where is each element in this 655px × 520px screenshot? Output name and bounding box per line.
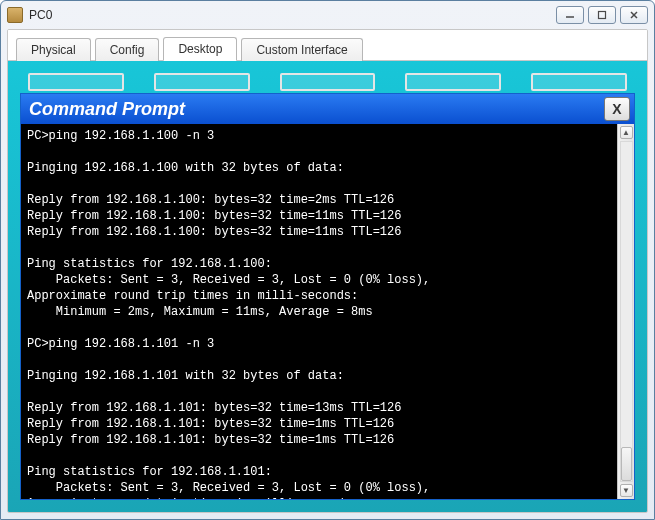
desktop-app-thumb[interactable] [28,73,124,91]
command-prompt-body: PC>ping 192.168.1.100 -n 3 Pinging 192.1… [21,124,634,499]
app-icon [7,7,23,23]
titlebar[interactable]: PC0 [1,1,654,29]
scroll-track[interactable] [620,141,633,482]
command-prompt-close-button[interactable]: X [604,97,630,121]
command-prompt-window: Command Prompt X PC>ping 192.168.1.100 -… [20,93,635,500]
scroll-up-icon[interactable]: ▲ [620,126,633,139]
desktop-app-thumb[interactable] [154,73,250,91]
titlebar-left: PC0 [7,7,52,23]
scroll-thumb[interactable] [621,447,632,481]
scrollbar-vertical[interactable]: ▲ ▼ [617,124,634,499]
window-title: PC0 [29,8,52,22]
terminal-output[interactable]: PC>ping 192.168.1.100 -n 3 Pinging 192.1… [21,124,617,499]
maximize-button[interactable] [588,6,616,24]
desktop-app-thumb[interactable] [280,73,376,91]
desktop-app-thumb[interactable] [405,73,501,91]
desktop-stage: Command Prompt X PC>ping 192.168.1.100 -… [8,61,647,512]
app-window: PC0 Physical Config Desktop Custom Inter… [0,0,655,520]
tab-desktop[interactable]: Desktop [163,37,237,61]
client-area: Physical Config Desktop Custom Interface… [7,29,648,513]
desktop-app-thumb[interactable] [531,73,627,91]
minimize-button[interactable] [556,6,584,24]
svg-rect-1 [599,12,606,19]
window-controls [556,6,648,24]
close-button[interactable] [620,6,648,24]
tabstrip: Physical Config Desktop Custom Interface [8,30,647,61]
tab-physical[interactable]: Physical [16,38,91,61]
tab-custom-interface[interactable]: Custom Interface [241,38,362,61]
scroll-down-icon[interactable]: ▼ [620,484,633,497]
command-prompt-title: Command Prompt [29,99,185,120]
command-prompt-titlebar[interactable]: Command Prompt X [21,94,634,124]
tab-config[interactable]: Config [95,38,160,61]
